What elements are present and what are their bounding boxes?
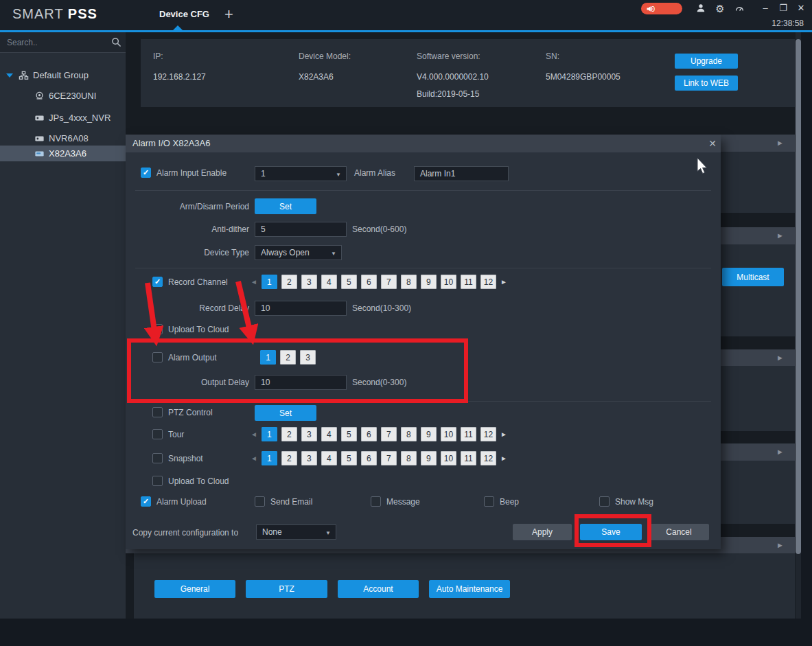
- maximize-button[interactable]: ❐: [777, 2, 789, 14]
- alarm-input-enable-checkbox[interactable]: ✓: [141, 168, 151, 178]
- channel-button-11[interactable]: 11: [461, 427, 476, 441]
- apply-button[interactable]: Apply: [513, 524, 572, 540]
- channel-button-7[interactable]: 7: [381, 275, 397, 289]
- send-email-checkbox[interactable]: ✓: [255, 496, 265, 507]
- channel-button-9[interactable]: 9: [421, 451, 437, 465]
- message-checkbox[interactable]: ✓: [371, 496, 381, 507]
- channel-button-7[interactable]: 7: [381, 451, 397, 465]
- channel-button-9[interactable]: 9: [421, 275, 437, 289]
- channel-button-8[interactable]: 8: [401, 427, 417, 441]
- beep-checkbox[interactable]: ✓: [484, 496, 494, 507]
- ptz-button[interactable]: PTZ: [246, 580, 327, 598]
- channel-button-1[interactable]: 1: [260, 350, 276, 365]
- link-to-web-button[interactable]: Link to WEB: [675, 76, 738, 91]
- new-tab-button[interactable]: +: [224, 5, 233, 23]
- channel-button-12[interactable]: 12: [480, 427, 496, 441]
- channel-button-1[interactable]: 1: [262, 275, 277, 289]
- sidebar-item-jps-4xxx-nvr[interactable]: JPs_4xxx_NVR: [0, 111, 160, 125]
- snapshot-checkbox[interactable]: ✓: [152, 453, 163, 463]
- channel-button-2[interactable]: 2: [280, 350, 296, 365]
- record-channel-checkbox[interactable]: ✓: [152, 277, 163, 287]
- channel-button-2[interactable]: 2: [281, 451, 297, 465]
- minimize-button[interactable]: –: [759, 2, 772, 14]
- expand-arrow-icon[interactable]: ►: [776, 354, 784, 362]
- ptz-control-checkbox[interactable]: ✓: [152, 407, 163, 417]
- general-button[interactable]: General: [154, 580, 235, 598]
- channel-button-6[interactable]: 6: [361, 427, 377, 441]
- channel-button-5[interactable]: 5: [341, 451, 357, 465]
- output-delay-input[interactable]: 10: [255, 375, 347, 390]
- channel-button-12[interactable]: 12: [480, 451, 496, 465]
- tour-checkbox[interactable]: ✓: [152, 429, 163, 439]
- channel-next-icon[interactable]: ►: [500, 278, 507, 286]
- alarm-input-select[interactable]: 1 ▼: [255, 166, 347, 181]
- copy-config-select[interactable]: None ▼: [256, 524, 336, 540]
- channel-button-1[interactable]: 1: [262, 427, 277, 441]
- channel-button-6[interactable]: 6: [361, 451, 377, 465]
- channel-button-8[interactable]: 8: [401, 451, 417, 465]
- scrollbar-thumb[interactable]: [796, 39, 801, 554]
- sidebar-item-6ce230uni[interactable]: 6CE230UNI: [0, 89, 160, 103]
- show-msg-checkbox[interactable]: ✓: [599, 496, 610, 507]
- alarm-alias-input[interactable]: Alarm In1: [414, 166, 509, 181]
- collapse-triangle-icon[interactable]: [6, 73, 13, 78]
- channel-button-10[interactable]: 10: [441, 427, 456, 441]
- channel-prev-icon[interactable]: ◄: [251, 278, 257, 286]
- channel-button-3[interactable]: 3: [301, 427, 317, 441]
- user-icon[interactable]: [695, 3, 706, 14]
- channel-next-icon[interactable]: ►: [500, 454, 507, 462]
- expand-arrow-icon[interactable]: ►: [776, 541, 784, 549]
- device-type-select[interactable]: Always Open ▼: [255, 245, 342, 260]
- upload-to-cloud-checkbox[interactable]: ✓: [152, 476, 163, 486]
- channel-button-2[interactable]: 2: [281, 275, 297, 289]
- channel-button-11[interactable]: 11: [461, 451, 476, 465]
- upload-to-cloud-checkbox[interactable]: ✓: [152, 324, 163, 334]
- expand-arrow-icon[interactable]: ►: [776, 448, 784, 456]
- cancel-button[interactable]: Cancel: [649, 524, 709, 540]
- scrollbar-track[interactable]: [796, 32, 801, 619]
- record-delay-input[interactable]: 10: [255, 301, 347, 316]
- expand-arrow-icon[interactable]: ►: [776, 139, 784, 147]
- channel-button-8[interactable]: 8: [401, 275, 417, 289]
- expand-arrow-icon[interactable]: ►: [776, 231, 784, 240]
- search-icon[interactable]: [111, 37, 121, 47]
- arm-disarm-set-button[interactable]: Set: [255, 198, 316, 214]
- channel-button-1[interactable]: 1: [262, 451, 277, 465]
- channel-button-4[interactable]: 4: [321, 275, 337, 289]
- channel-prev-icon[interactable]: ◄: [251, 454, 257, 462]
- channel-button-5[interactable]: 5: [341, 427, 357, 441]
- channel-next-icon[interactable]: ►: [500, 430, 507, 438]
- alarm-notification-badge[interactable]: 0: [641, 3, 682, 14]
- channel-button-7[interactable]: 7: [381, 427, 397, 441]
- channel-button-3[interactable]: 3: [300, 350, 316, 365]
- channel-button-11[interactable]: 11: [461, 275, 476, 289]
- channel-prev-icon[interactable]: ◄: [251, 430, 257, 438]
- sidebar-group-default-group[interactable]: Default Group: [0, 68, 126, 82]
- channel-button-12[interactable]: 12: [480, 275, 496, 289]
- channel-button-3[interactable]: 3: [301, 275, 317, 289]
- ptz-set-button[interactable]: Set: [255, 405, 316, 421]
- alarm-output-checkbox[interactable]: ✓: [152, 352, 163, 362]
- close-window-button[interactable]: ✕: [795, 2, 807, 14]
- upgrade-button[interactable]: Upgrade: [675, 54, 738, 69]
- settings-gear-icon[interactable]: ⚙: [715, 3, 726, 14]
- channel-button-4[interactable]: 4: [321, 427, 337, 441]
- anti-dither-input[interactable]: 5: [255, 222, 347, 237]
- search-input[interactable]: [5, 35, 104, 50]
- channel-button-2[interactable]: 2: [281, 427, 297, 441]
- channel-button-10[interactable]: 10: [441, 275, 456, 289]
- auto-maintenance-button[interactable]: Auto Maintenance: [429, 580, 510, 598]
- channel-button-10[interactable]: 10: [441, 451, 456, 465]
- alarm-upload-checkbox[interactable]: ✓: [141, 496, 151, 507]
- channel-button-4[interactable]: 4: [321, 451, 337, 465]
- tab-device-cfg[interactable]: Device CFG: [159, 9, 209, 19]
- channel-button-9[interactable]: 9: [421, 427, 437, 441]
- save-button[interactable]: Save: [580, 524, 642, 540]
- account-button[interactable]: Account: [338, 580, 419, 598]
- channel-button-3[interactable]: 3: [301, 451, 317, 465]
- performance-gauge-icon[interactable]: [734, 3, 745, 14]
- dialog-close-icon[interactable]: ✕: [706, 137, 719, 150]
- channel-button-5[interactable]: 5: [341, 275, 357, 289]
- channel-button-6[interactable]: 6: [361, 275, 377, 289]
- multicast-button[interactable]: Multicast: [722, 268, 784, 286]
